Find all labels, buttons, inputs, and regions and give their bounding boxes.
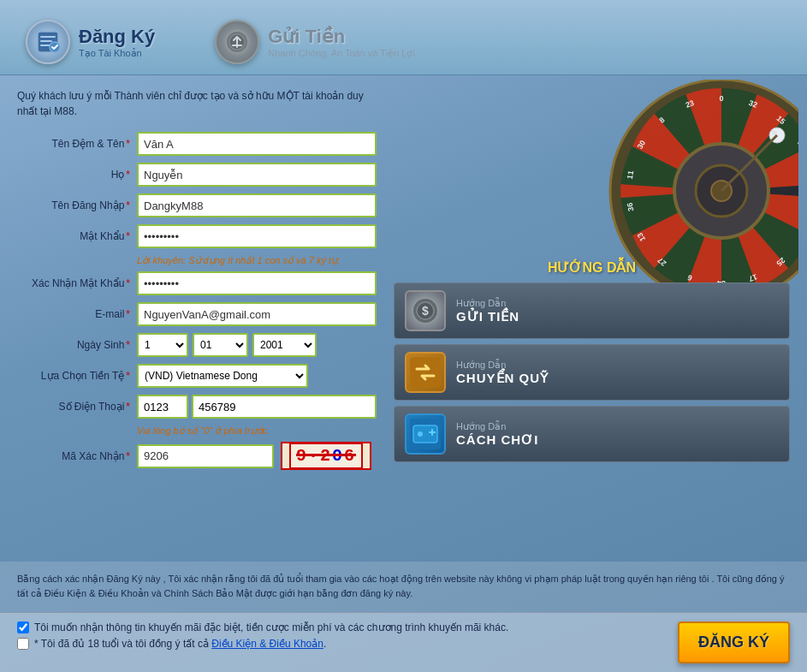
guide-transfer-button[interactable]: Hướng Dẫn CHUYỂN QUỸ [394, 344, 790, 401]
terms-link[interactable]: Điều Kiện & Điều Khoản [211, 638, 323, 650]
dob-day-select[interactable]: 1 2345 6789 10111213 14151617 18192021 2… [137, 333, 188, 357]
currency-select[interactable]: (VND) Vietnamese Dong (USD) US Dollar (T… [137, 364, 308, 388]
phone-prefix-input[interactable] [137, 395, 188, 419]
guide-transfer-text: Hướng Dẫn CHUYỂN QUỸ [456, 360, 549, 386]
currency-row: Lựa Chọn Tiền Tệ* (VND) Vietnamese Dong … [17, 364, 377, 388]
register-tab-sub: Tạo Tài Khoản [79, 48, 155, 59]
svg-text:0: 0 [719, 94, 723, 103]
checkbox-promo-row: Tôi muốn nhận thông tin khuyến mãi đặc b… [17, 621, 665, 633]
captcha-input[interactable] [137, 444, 274, 468]
register-tab-title: Đăng Ký [79, 26, 155, 48]
fullname-label: Tên Đệm & Tên* [17, 138, 137, 150]
confirm-password-label: Xác Nhận Mật Khẩu* [17, 277, 137, 289]
fullname-row: Tên Đệm & Tên* [17, 132, 377, 156]
svg-point-35 [418, 431, 423, 437]
register-button[interactable]: ĐĂNG KÝ [678, 621, 790, 663]
guide-game-text: Hướng Dẫn CÁCH CHƠI [456, 421, 538, 448]
tab-register[interactable]: Đăng Ký Tạo Tài Khoản [17, 13, 172, 74]
phone-hint: Vui lòng bỏ số "0" ở phía trước. [137, 425, 377, 437]
page-wrapper: Đăng Ký Tạo Tài Khoản Gửi Tiền Nhanh Chó… [0, 0, 807, 672]
checkbox-promo-label: Tôi muốn nhận thông tin khuyến mãi đặc b… [34, 621, 508, 633]
svg-text:11: 11 [626, 169, 636, 180]
disclaimer-text: Bằng cách xác nhận Đăng Ký này , Tôi xác… [17, 572, 790, 602]
checkbox-promo[interactable] [17, 621, 29, 633]
right-panel: 0 32 15 19 4 21 2 25 17 34 6 27 13 36 [394, 88, 790, 540]
svg-rect-37 [431, 429, 433, 436]
fullname-input[interactable] [137, 132, 377, 156]
dob-month-select[interactable]: 01 02030405 06070809 101112 [193, 333, 248, 357]
password-label: Mật Khẩu* [17, 230, 137, 242]
phone-label: Số Điện Thoại* [17, 401, 137, 413]
dob-year-select[interactable]: 1980198519901995 1996199719981999 200020… [252, 333, 317, 357]
guide-game-icon [405, 413, 446, 455]
lastname-label: Họ* [17, 169, 137, 181]
email-input[interactable] [137, 302, 377, 326]
header-tabs: Đăng Ký Tạo Tài Khoản Gửi Tiền Nhanh Chó… [0, 0, 807, 75]
svg-rect-34 [413, 425, 437, 443]
username-input[interactable] [137, 193, 377, 217]
username-label: Tên Đăng Nhập* [17, 199, 137, 211]
checkbox-age-row: * Tôi đã đủ 18 tuổi và tôi đồng ý tất cả… [17, 638, 665, 650]
svg-rect-32 [410, 357, 441, 388]
phone-main-input[interactable] [192, 395, 377, 419]
deposit-icon [215, 20, 259, 64]
lastname-row: Họ* [17, 163, 377, 187]
captcha-inputs: 9·206 [137, 442, 377, 470]
guide-deposit-icon: $ [405, 290, 446, 331]
deposit-tab-sub: Nhanh Chóng, An Toàn và Tiện Lợi [268, 48, 415, 59]
captcha-row: Mã Xác Nhận* 9·206 [17, 442, 377, 470]
guidance-area: HƯỚNG DẪN $ Hướng Dẫn GỬI TIỀN [394, 259, 790, 467]
guide-game-button[interactable]: Hướng Dẫn CÁCH CHƠI [394, 406, 790, 462]
confirm-password-row: Xác Nhận Mật Khẩu* [17, 271, 377, 295]
footer-checkboxes: Tôi muốn nhận thông tin khuyến mãi đặc b… [17, 621, 665, 654]
captcha-label: Mã Xác Nhận* [17, 450, 137, 462]
notice-text: Quý khách lưu ý mỗi Thành viên chỉ được … [17, 88, 377, 119]
dob-label: Ngày Sinh* [17, 339, 137, 351]
register-tab-text: Đăng Ký Tạo Tài Khoản [79, 26, 155, 59]
deposit-tab-title: Gửi Tiền [268, 26, 415, 48]
username-row: Tên Đăng Nhập* [17, 193, 377, 217]
guidance-title: HƯỚNG DẪN [394, 259, 790, 276]
guide-deposit-text: Hướng Dẫn GỬI TIỀN [456, 298, 519, 324]
checkbox-age-label: * Tôi đã đủ 18 tuổi và tôi đồng ý tất cả… [34, 638, 326, 650]
disclaimer-section: Bằng cách xác nhận Đăng Ký này , Tôi xác… [0, 562, 807, 612]
footer-section: Tôi muốn nhận thông tin khuyến mãi đặc b… [0, 612, 807, 672]
email-label: E-mail* [17, 308, 137, 320]
register-icon [26, 20, 70, 64]
form-panel: Quý khách lưu ý mỗi Thành viên chỉ được … [17, 88, 377, 540]
checkbox-age[interactable] [17, 638, 29, 650]
password-hint: Lời khuyên: Sử dụng ít nhất 1 con số và … [137, 255, 377, 266]
confirm-password-input[interactable] [137, 271, 377, 295]
dob-row: Ngày Sinh* 1 2345 6789 10111213 14151617… [17, 333, 377, 357]
guide-transfer-icon [405, 352, 446, 393]
password-row: Mật Khẩu* [17, 224, 377, 248]
password-input[interactable] [137, 224, 377, 248]
phone-row: Số Điện Thoại* [17, 395, 377, 419]
svg-text:36: 36 [626, 202, 636, 212]
phone-inputs [137, 395, 377, 419]
svg-text:$: $ [422, 304, 429, 318]
currency-label: Lựa Chọn Tiền Tệ* [17, 370, 137, 382]
tab-deposit[interactable]: Gửi Tiền Nhanh Chóng, An Toàn và Tiện Lợ… [206, 13, 432, 74]
email-row: E-mail* [17, 302, 377, 326]
main-content: Quý khách lưu ý mỗi Thành viên chỉ được … [0, 75, 807, 553]
deposit-tab-text: Gửi Tiền Nhanh Chóng, An Toàn và Tiện Lợ… [268, 26, 415, 59]
lastname-input[interactable] [137, 163, 377, 187]
dob-selects: 1 2345 6789 10111213 14151617 18192021 2… [137, 333, 317, 357]
captcha-image: 9·206 [281, 442, 371, 470]
guide-deposit-button[interactable]: $ Hướng Dẫn GỬI TIỀN [394, 282, 790, 339]
